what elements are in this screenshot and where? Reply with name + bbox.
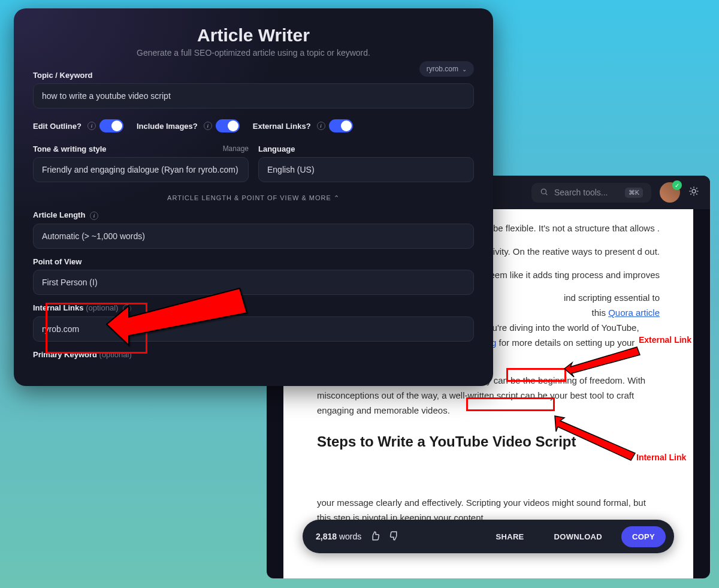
theme-toggle-icon[interactable] <box>688 186 699 200</box>
avatar[interactable] <box>660 182 680 203</box>
primary-keyword-label: Primary Keyword (optional) <box>33 350 474 359</box>
word-count: 2,818 words <box>316 532 361 541</box>
internal-links-input[interactable]: ryrob.com <box>33 316 474 342</box>
thumbs-up-icon[interactable] <box>370 530 380 543</box>
svg-line-8 <box>696 194 697 195</box>
article-length-label: Article Length i <box>33 210 474 220</box>
article-writer-panel: Article Writer Generate a full SEO-optim… <box>14 8 493 386</box>
search-placeholder: Search tools... <box>554 188 608 197</box>
svg-point-2 <box>692 189 696 193</box>
chevron-down-icon: ⌄ <box>462 66 467 73</box>
svg-line-1 <box>546 193 548 195</box>
svg-line-9 <box>690 194 691 195</box>
annotation-internal-link: Internal Link <box>636 453 686 462</box>
external-links-label: External Links? <box>253 122 311 131</box>
page-subtitle: Generate a full SEO-optimized article us… <box>33 48 474 58</box>
include-images-label: Include Images? <box>137 122 198 131</box>
article-heading: Steps to Write a YouTube Video Script <box>317 430 660 454</box>
search-shortcut: ⌘K <box>625 188 643 198</box>
info-icon[interactable]: i <box>123 304 131 313</box>
page-title: Article Writer <box>33 25 474 46</box>
svg-point-0 <box>541 189 546 194</box>
language-label: Language <box>258 144 474 153</box>
info-icon[interactable]: i <box>317 122 325 130</box>
tone-label: Tone & writing style Manage <box>33 144 249 153</box>
info-icon[interactable]: i <box>87 122 96 130</box>
toggle-row: Edit Outline? i Include Images? i Extern… <box>33 119 474 132</box>
search-input[interactable]: Search tools... ⌘K <box>531 183 651 203</box>
external-links-toggle[interactable] <box>329 119 353 132</box>
thumbs-down-icon[interactable] <box>389 530 400 543</box>
article-length-select[interactable]: Automatic (> ~1,000 words) <box>33 224 474 249</box>
manage-link[interactable]: Manage <box>223 144 249 153</box>
topic-label: Topic / Keyword <box>33 71 474 80</box>
info-icon[interactable]: i <box>90 212 98 220</box>
language-select[interactable]: English (US) <box>258 157 474 182</box>
share-button[interactable]: SHARE <box>485 526 535 547</box>
site-selector[interactable]: ryrob.com ⌄ <box>419 61 474 77</box>
download-button[interactable]: DOWNLOAD <box>543 526 613 547</box>
copy-button[interactable]: COPY <box>621 526 666 547</box>
edit-outline-toggle[interactable] <box>99 119 123 132</box>
pov-select[interactable]: First Person (I) <box>33 270 474 295</box>
tone-select[interactable]: Friendly and engaging dialogue (Ryan for… <box>33 157 249 182</box>
edit-outline-label: Edit Outline? <box>33 122 81 131</box>
footer-bar: 2,818 words SHARE DOWNLOAD COPY <box>303 520 674 553</box>
internal-links-label: Internal Links (optional) i <box>33 303 474 313</box>
svg-line-7 <box>690 188 691 189</box>
info-icon[interactable]: i <box>204 122 212 130</box>
svg-line-10 <box>696 188 697 189</box>
include-images-toggle[interactable] <box>216 119 240 132</box>
annotation-external-link: External Link <box>639 336 691 345</box>
pov-label: Point of View <box>33 257 474 266</box>
expand-more[interactable]: ARTICLE LENGTH & POINT OF VIEW & MORE ⌃ <box>33 194 474 202</box>
search-icon <box>540 188 548 198</box>
topic-input[interactable]: how to write a youtube video script <box>33 83 474 108</box>
external-link-quora[interactable]: Quora article <box>608 307 660 318</box>
